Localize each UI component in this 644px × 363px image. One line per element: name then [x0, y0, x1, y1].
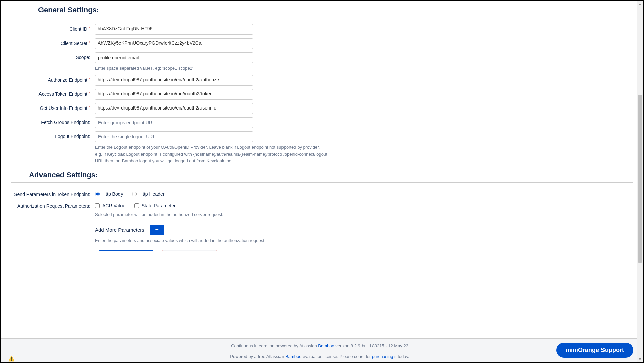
- scope-helper: Enter space separated values, eg: 'scope…: [95, 65, 329, 72]
- footer: Continuous integration powered by Atlass…: [1, 338, 638, 362]
- acr-value-checkbox[interactable]: ACR Value: [95, 203, 125, 208]
- general-settings-title: General Settings:: [38, 6, 633, 14]
- logout-endpoint-input[interactable]: [95, 131, 253, 142]
- main-content: General Settings: Client ID: hbAX8DzGcLF…: [1, 1, 643, 251]
- scrollbar-thumb[interactable]: [638, 95, 642, 263]
- bamboo-link-2[interactable]: Bamboo: [285, 354, 301, 359]
- form-row: Client ID: hbAX8DzGcLFqjDNrHF96: [11, 24, 633, 35]
- add-more-params-label: Add More Parameters: [95, 227, 144, 233]
- http-header-radio-input[interactable]: [132, 192, 137, 196]
- add-more-helper: Enter the parameters and associate value…: [95, 237, 329, 244]
- form-row: Authorize Endpoint: https://dev-drupal98…: [11, 75, 633, 86]
- client-id-label: Client ID:: [11, 24, 95, 32]
- http-body-radio-input[interactable]: [95, 192, 100, 196]
- form-row: Send Parameters in Token Endpoint: Http …: [11, 189, 633, 198]
- form-row: Access Token Endpoint: https://dev-drupa…: [11, 89, 633, 100]
- logout-helper-2: e.g. If Keycloak Logout endpoint is conf…: [95, 151, 329, 164]
- client-secret-label: Client Secret:: [11, 38, 95, 46]
- divider: [11, 17, 633, 17]
- authorize-endpoint-input[interactable]: [95, 75, 253, 86]
- auth-req-params-label: Authorization Request Parameters:: [11, 201, 95, 209]
- access-token-endpoint-label: Access Token Endpoint:: [11, 89, 95, 97]
- userinfo-endpoint-label: Get User Info Endpoint:: [11, 103, 95, 111]
- form-row: Fetch Groups Endpoint:: [11, 117, 633, 128]
- http-header-radio[interactable]: Http Header: [132, 191, 164, 197]
- http-body-radio[interactable]: Http Body: [95, 191, 123, 197]
- state-param-checkbox[interactable]: State Parameter: [134, 203, 176, 208]
- fetch-groups-input[interactable]: [95, 117, 253, 128]
- form-row: Client Secret: AhWZKy5cKPhnUOxaryPGDrwfe…: [11, 38, 633, 49]
- add-param-button[interactable]: +: [150, 225, 164, 235]
- purchasing-link[interactable]: purchasing it: [372, 354, 397, 359]
- client-id-input[interactable]: [95, 24, 253, 35]
- authorize-endpoint-label: Authorize Endpoint:: [11, 75, 95, 83]
- auth-req-helper: Selected parameter will be added in the …: [95, 211, 329, 218]
- divider: [1, 351, 638, 351]
- miniorange-support-button[interactable]: miniOrange Support: [556, 343, 633, 358]
- logout-endpoint-label: Logout Endpoint:: [11, 131, 95, 139]
- acr-value-checkbox-input[interactable]: [95, 203, 100, 208]
- bamboo-link[interactable]: Bamboo: [318, 343, 334, 348]
- client-secret-input[interactable]: [95, 38, 253, 49]
- divider: [11, 182, 633, 183]
- form-row: Logout Endpoint: Enter the Logout endpoi…: [11, 131, 633, 164]
- save-button[interactable]: Save: [99, 250, 153, 251]
- form-row: Scope: Enter space separated values, eg:…: [11, 52, 633, 72]
- userinfo-endpoint-input[interactable]: [95, 103, 253, 114]
- logout-helper-1: Enter the Logout endpoint of your OAuth/…: [95, 144, 329, 151]
- form-row: Authorization Request Parameters: ACR Va…: [11, 201, 633, 244]
- scroll-down-icon[interactable]: ▼: [637, 356, 643, 362]
- warning-icon: ⚠️: [8, 355, 15, 362]
- form-row: Get User Info Endpoint: https://dev-drup…: [11, 103, 633, 114]
- scroll-up-icon[interactable]: ▲: [637, 1, 643, 7]
- test-configuration-button[interactable]: Test Configuration: [162, 250, 217, 251]
- state-param-checkbox-input[interactable]: [134, 203, 139, 208]
- scrollbar[interactable]: ▲ ▼: [637, 1, 643, 362]
- scope-input[interactable]: [95, 52, 253, 63]
- send-params-label: Send Parameters in Token Endpoint:: [11, 189, 95, 197]
- fetch-groups-label: Fetch Groups Endpoint:: [11, 117, 95, 125]
- scope-label: Scope:: [11, 52, 95, 60]
- access-token-endpoint-input[interactable]: [95, 89, 253, 100]
- advanced-settings-title: Advanced Settings:: [29, 171, 633, 179]
- button-row: Save Test Configuration: [99, 250, 633, 251]
